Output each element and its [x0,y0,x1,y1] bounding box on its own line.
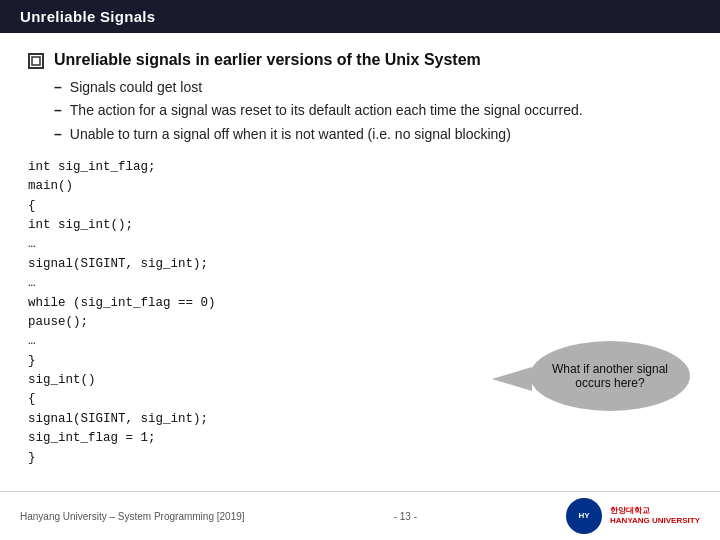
logo-university-sub: HANYANG UNIVERSITY [610,516,700,526]
footer-left-text: Hanyang University – System Programming … [20,511,245,522]
sub-bullet-2: – The action for a signal was reset to i… [54,100,692,120]
sub-bullet-1-text: Signals could get lost [70,77,202,97]
main-bullet: Unreliable signals in earlier versions o… [28,51,692,69]
code-line: … [28,235,692,254]
checkbox-icon [28,53,44,69]
footer-logo: HY 한양대학교 HANYANG UNIVERSITY [566,498,700,534]
dash-1: – [54,77,62,97]
code-line: signal(SIGINT, sig_int); [28,410,692,429]
sub-bullet-2-text: The action for a signal was reset to its… [70,100,583,120]
dash-3: – [54,124,62,144]
code-line: main() [28,177,692,196]
footer-page-number: - 13 - [394,511,417,522]
code-line: pause(); [28,313,692,332]
logo-university-name: 한양대학교 [610,506,700,516]
sub-bullet-3-text: Unable to turn a signal off when it is n… [70,124,511,144]
code-line: } [28,449,692,468]
logo-emblem: HY [566,498,602,534]
slide-content: Unreliable signals in earlier versions o… [0,33,720,491]
code-line: signal(SIGINT, sig_int); [28,255,692,274]
code-line: while (sig_int_flag == 0) [28,294,692,313]
slide-footer: Hanyang University – System Programming … [0,491,720,540]
code-block: int sig_int_flag;main(){ int sig_int(); … [28,158,692,468]
callout-bubble: What if another signal occurs here? [530,341,690,411]
code-line: { [28,197,692,216]
sub-bullets-list: – Signals could get lost – The action fo… [54,77,692,144]
slide-header: Unreliable Signals [0,0,720,33]
sub-bullet-3: – Unable to turn a signal off when it is… [54,124,692,144]
code-line: … [28,274,692,293]
dash-2: – [54,100,62,120]
code-line: int sig_int_flag; [28,158,692,177]
code-line: int sig_int(); [28,216,692,235]
callout-text: What if another signal occurs here? [538,362,682,390]
slide: Unreliable Signals Unreliable signals in… [0,0,720,540]
header-title: Unreliable Signals [20,8,155,25]
svg-rect-0 [32,57,40,65]
logo-text-block: 한양대학교 HANYANG UNIVERSITY [610,506,700,527]
code-line: sig_int_flag = 1; [28,429,692,448]
sub-bullet-1: – Signals could get lost [54,77,692,97]
main-bullet-text: Unreliable signals in earlier versions o… [54,51,481,69]
